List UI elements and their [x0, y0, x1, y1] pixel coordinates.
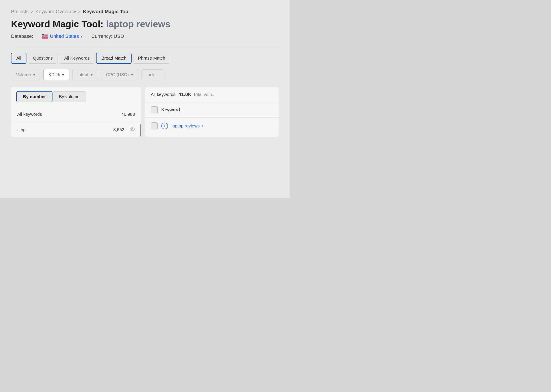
tab-all-keywords[interactable]: All Keywords	[59, 53, 95, 64]
all-keywords-count-value: 41.0K	[179, 91, 192, 97]
keyword-add-button[interactable]: +	[161, 123, 168, 129]
total-volume-label: Total volu...	[193, 92, 216, 97]
plus-icon: +	[164, 124, 166, 128]
scroll-indicator	[140, 124, 141, 137]
tab-all[interactable]: All	[11, 53, 26, 64]
page-title: Keyword Magic Tool: laptop reviews	[11, 19, 279, 29]
main-content: By number By volume All keywords 40,983 …	[11, 87, 279, 137]
keyword-checkbox[interactable]	[151, 122, 158, 129]
database-country: United States	[50, 34, 79, 39]
volume-chevron-icon: ▾	[33, 72, 35, 77]
database-selector[interactable]: ★★★★★★ United States ▾	[42, 34, 82, 39]
double-chevron-icon: »	[202, 124, 203, 128]
left-panel-list: All keywords 40,983 › hp 8,652	[11, 107, 141, 137]
database-chevron-icon: ▾	[81, 34, 82, 39]
breadcrumb-projects[interactable]: Projects	[11, 9, 29, 14]
toggle-by-volume[interactable]: By volume	[52, 91, 86, 102]
select-all-checkbox[interactable]	[151, 106, 158, 113]
tab-phrase-match[interactable]: Phrase Match	[133, 53, 170, 64]
keyword-link[interactable]: laptop reviews »	[172, 124, 203, 129]
svg-rect-9	[42, 37, 48, 38]
svg-point-15	[130, 128, 134, 131]
filter-intent[interactable]: Intent ▾	[72, 69, 98, 80]
kd-chevron-icon: ▾	[62, 72, 64, 77]
page-container: Projects > Keyword Overview > Keyword Ma…	[0, 0, 290, 198]
right-panel-header: All keywords: 41.0K Total volu...	[145, 87, 279, 102]
right-panel: All keywords: 41.0K Total volu... Keywor…	[145, 87, 279, 137]
toggle-by-number[interactable]: By number	[16, 91, 52, 102]
filter-cpc[interactable]: CPC (USD) ▾	[101, 69, 138, 80]
hp-eye-icon[interactable]	[130, 127, 135, 133]
svg-rect-8	[42, 37, 48, 37]
svg-rect-12	[42, 38, 48, 39]
tab-broad-match[interactable]: Broad Match	[96, 53, 131, 64]
list-item-hp[interactable]: › hp 8,652	[11, 122, 141, 137]
tab-row: All Questions All Keywords Broad Match P…	[11, 53, 279, 64]
section-divider	[11, 46, 279, 46]
breadcrumb-keyword-magic-tool: Keyword Magic Tool	[83, 9, 130, 14]
svg-rect-10	[42, 37, 48, 38]
hp-label: hp	[21, 127, 26, 132]
database-row: Database: ★★★★★★ United S	[11, 34, 279, 39]
filter-volume[interactable]: Volume ▾	[11, 69, 40, 80]
right-table-header: Keyword	[145, 102, 279, 117]
left-panel: By number By volume All keywords 40,983 …	[11, 87, 141, 137]
list-item-all-keywords: All keywords 40,983	[11, 107, 141, 122]
breadcrumb-keyword-overview[interactable]: Keyword Overview	[36, 9, 76, 14]
svg-rect-7	[42, 36, 48, 37]
us-flag-icon: ★★★★★★	[42, 34, 48, 39]
svg-rect-11	[42, 38, 48, 38]
breadcrumb-sep-1: >	[31, 9, 33, 14]
filter-include[interactable]: Inclu...	[141, 69, 164, 80]
page-title-keyword: laptop reviews	[106, 19, 170, 29]
cpc-chevron-icon: ▾	[131, 72, 133, 77]
all-keywords-label: All keywords	[17, 112, 42, 117]
filter-row: Volume ▾ KD % ▾ Intent ▾ CPC (USD) ▾ Inc…	[11, 69, 279, 80]
toggle-row: By number By volume	[11, 87, 141, 107]
breadcrumb-sep-2: >	[78, 9, 81, 14]
scroll-thumb	[140, 124, 141, 137]
breadcrumb: Projects > Keyword Overview > Keyword Ma…	[11, 9, 279, 14]
svg-text:★★★★★★: ★★★★★★	[42, 35, 48, 36]
database-label: Database:	[11, 34, 33, 39]
page-title-prefix: Keyword Magic Tool:	[11, 19, 103, 29]
all-keywords-count: 40,983	[122, 112, 135, 117]
hp-chevron-right-icon: ›	[17, 127, 19, 132]
keyword-row-laptop-reviews: + laptop reviews »	[145, 117, 279, 134]
currency-label: Currency: USD	[91, 34, 124, 39]
hp-count: 8,652	[113, 127, 124, 132]
svg-point-16	[131, 129, 133, 130]
all-keywords-summary-prefix: All keywords:	[151, 92, 177, 97]
keyword-column-header: Keyword	[161, 107, 180, 112]
intent-chevron-icon: ▾	[91, 72, 93, 77]
filter-kd[interactable]: KD % ▾	[44, 69, 69, 80]
tab-questions[interactable]: Questions	[28, 53, 58, 64]
